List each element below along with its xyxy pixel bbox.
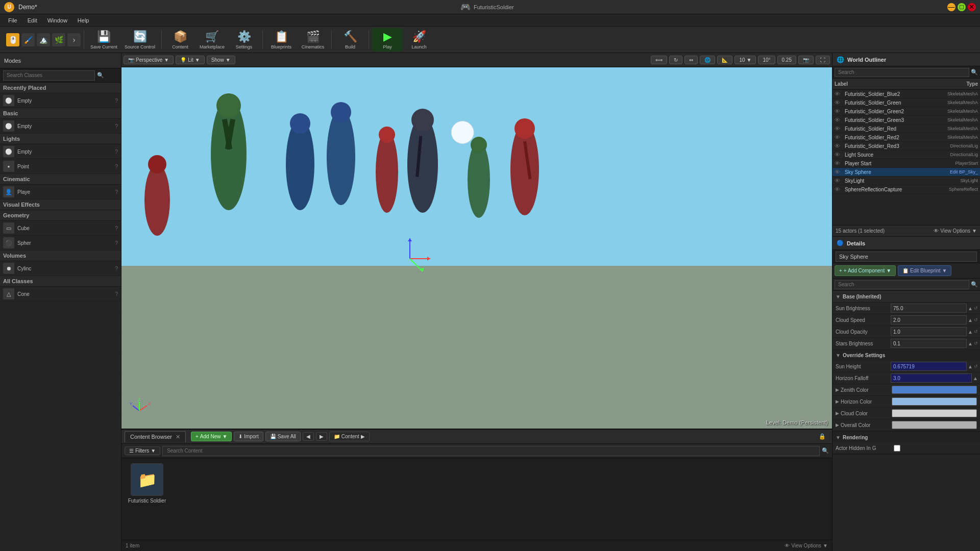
rendering-header[interactable]: ▼ Rendering — [832, 432, 980, 443]
lock-button[interactable]: 🔒 — [819, 433, 826, 440]
stars-brightness-reset[interactable]: ↺ — [974, 341, 978, 346]
save-current-button[interactable]: 💾 Save Current — [87, 28, 120, 52]
stars-brightness-input[interactable] — [891, 339, 967, 348]
actor-hidden-checkbox[interactable] — [894, 445, 900, 452]
content-path[interactable]: 📁 Content ▶ — [329, 432, 370, 441]
cloud-opacity-input[interactable] — [891, 327, 967, 336]
details-search-input[interactable] — [835, 280, 969, 289]
sun-height-input[interactable] — [891, 362, 967, 371]
section-geometry[interactable]: Geometry — [0, 210, 121, 221]
outliner-search-input[interactable] — [835, 68, 969, 77]
content-browser-tab[interactable]: Content Browser ✕ — [125, 431, 186, 442]
outliner-row-3[interactable]: 👁 Futuristic_Soldier_Green3 SkeletalMesh… — [832, 116, 980, 124]
rotation-snap-btn[interactable]: 10° — [758, 56, 775, 64]
section-cinematic[interactable]: Cinematic — [0, 174, 121, 185]
settings-button[interactable]: ⚙️ Settings — [229, 28, 259, 52]
window-controls[interactable]: — □ ✕ — [947, 3, 976, 11]
section-basic[interactable]: Basic — [0, 108, 121, 119]
mode-select-btn[interactable]: 🖱️ — [6, 33, 19, 46]
blueprints-button[interactable]: 📋 Blueprints — [266, 28, 297, 52]
outliner-row-5[interactable]: 👁 Futuristic_Soldier_Red2 SkeletalMeshA — [832, 133, 980, 142]
cloud-opacity-reset[interactable]: ↺ — [974, 329, 978, 334]
details-name-input[interactable] — [836, 252, 977, 262]
cinematics-button[interactable]: 🎬 Cinematics — [298, 28, 328, 52]
sun-brightness-up[interactable]: ▲ — [968, 306, 973, 311]
outliner-row-11[interactable]: 👁 SphereReflectionCapture SphereReflect — [832, 185, 980, 194]
class-item-cylinder[interactable]: ⏺ Cylinc ? — [0, 261, 121, 276]
stars-brightness-up[interactable]: ▲ — [968, 341, 973, 346]
add-new-button[interactable]: + Add New ▼ — [191, 432, 232, 441]
camera-speed-btn[interactable]: 📷 — [798, 56, 814, 64]
marketplace-button[interactable]: 🛒 Marketplace — [197, 28, 228, 52]
mode-foliage-btn[interactable]: 🌿 — [52, 33, 65, 46]
world-local-btn[interactable]: 🌐 — [700, 56, 715, 64]
override-settings-header[interactable]: ▼ Override Settings — [832, 349, 980, 361]
edit-blueprint-button[interactable]: 📋 Edit Blueprint ▼ — [898, 265, 951, 276]
outliner-row-0[interactable]: 👁 Futuristic_Soldier_Blue2 SkeletalMeshA — [832, 90, 980, 98]
play-button[interactable]: ▶ Play — [372, 28, 403, 52]
import-button[interactable]: ⬇ Import — [234, 432, 263, 441]
menu-file[interactable]: File — [3, 16, 22, 24]
class-item-point[interactable]: ● Point ? — [0, 159, 121, 174]
section-recently-placed[interactable]: Recently Placed — [0, 83, 121, 93]
section-base-header[interactable]: ▼ Base (Inherited) — [832, 291, 980, 302]
class-item-empty-1[interactable]: ⚪ Empty ? — [0, 93, 121, 108]
content-button[interactable]: 📦 Content — [165, 28, 195, 52]
cloud-speed-input[interactable] — [891, 315, 967, 324]
content-browser-close[interactable]: ✕ — [176, 434, 180, 440]
section-lights[interactable]: Lights — [0, 134, 121, 144]
outliner-row-10[interactable]: 👁 SkyLight SkyLight — [832, 177, 980, 185]
forward-button[interactable]: ▶ — [316, 432, 327, 441]
launch-button[interactable]: 🚀 Launch — [404, 28, 434, 52]
outliner-row-8[interactable]: 👁 Player Start PlayerStart — [832, 159, 980, 168]
maximize-btn[interactable]: ⛶ — [816, 56, 830, 64]
source-control-button[interactable]: 🔄 Source Control — [121, 28, 158, 52]
class-item-cube[interactable]: ▭ Cube ? — [0, 221, 121, 236]
class-item-sphere[interactable]: ⚫ Spher ? — [0, 236, 121, 251]
outliner-view-options[interactable]: 👁 View Options ▼ — [934, 228, 977, 234]
back-button[interactable]: ◀ — [303, 432, 314, 441]
sun-brightness-input[interactable] — [891, 304, 967, 313]
minimize-button[interactable]: — — [947, 3, 955, 11]
outliner-row-9[interactable]: 👁 Sky Sphere Edit BP_Sky_ — [832, 168, 980, 177]
perspective-btn[interactable]: 📷 Perspective ▼ — [124, 56, 174, 64]
zenith-color-swatch[interactable] — [892, 386, 977, 394]
section-all-classes[interactable]: All Classes — [0, 276, 121, 287]
cloud-speed-up[interactable]: ▲ — [968, 317, 973, 323]
section-visual-effects[interactable]: Visual Effects — [0, 199, 121, 210]
horizon-falloff-input[interactable] — [891, 373, 972, 383]
overall-color-swatch[interactable] — [892, 421, 977, 429]
grid-snap-btn[interactable]: 10 ▼ — [734, 56, 756, 64]
menu-edit[interactable]: Edit — [22, 16, 42, 24]
mode-paint-btn[interactable]: 🖌️ — [21, 33, 35, 46]
mode-expand-btn[interactable]: › — [67, 33, 81, 46]
close-button[interactable]: ✕ — [968, 3, 976, 11]
menu-window[interactable]: Window — [42, 16, 72, 24]
class-item-empty-2[interactable]: ⚪ Empty ? — [0, 119, 121, 134]
sun-brightness-reset[interactable]: ↺ — [974, 306, 978, 311]
search-classes-input[interactable] — [3, 70, 95, 81]
surface-snap-btn[interactable]: 📐 — [717, 56, 732, 64]
cloud-opacity-up[interactable]: ▲ — [968, 329, 973, 335]
translate-btn[interactable]: ⟺ — [651, 56, 667, 64]
viewport[interactable]: Level: Demo (Persistent) X Y Z — [121, 67, 832, 429]
add-component-button[interactable]: + + Add Component ▼ — [835, 265, 896, 276]
save-all-button[interactable]: 💾 Save All — [265, 432, 301, 441]
outliner-row-1[interactable]: 👁 Futuristic_Soldier_Green SkeletalMeshA — [832, 98, 980, 107]
cloud-speed-reset[interactable]: ↺ — [974, 317, 978, 322]
build-button[interactable]: 🔨 Build — [335, 28, 365, 52]
class-item-empty-3[interactable]: ⚪ Empty ? — [0, 144, 121, 159]
outliner-row-6[interactable]: 👁 Futuristic_Soldier_Red3 DirectionalLig — [832, 142, 980, 151]
class-item-player[interactable]: 👤 Playe ? — [0, 185, 121, 199]
outliner-row-7[interactable]: 👁 Light Source DirectionalLig — [832, 151, 980, 159]
mode-landscape-btn[interactable]: 🏔️ — [37, 33, 50, 46]
class-item-cone[interactable]: △ Cone ? — [0, 287, 121, 302]
horizon-falloff-up[interactable]: ▲ — [973, 375, 978, 381]
filter-button[interactable]: ☰ Filters ▼ — [125, 446, 160, 455]
cloud-color-swatch[interactable] — [892, 409, 977, 417]
show-btn[interactable]: Show ▼ — [207, 56, 235, 64]
horizon-color-swatch[interactable] — [892, 397, 977, 406]
maximize-button[interactable]: □ — [958, 3, 966, 11]
menu-help[interactable]: Help — [72, 16, 94, 24]
content-search-input[interactable] — [162, 446, 820, 456]
